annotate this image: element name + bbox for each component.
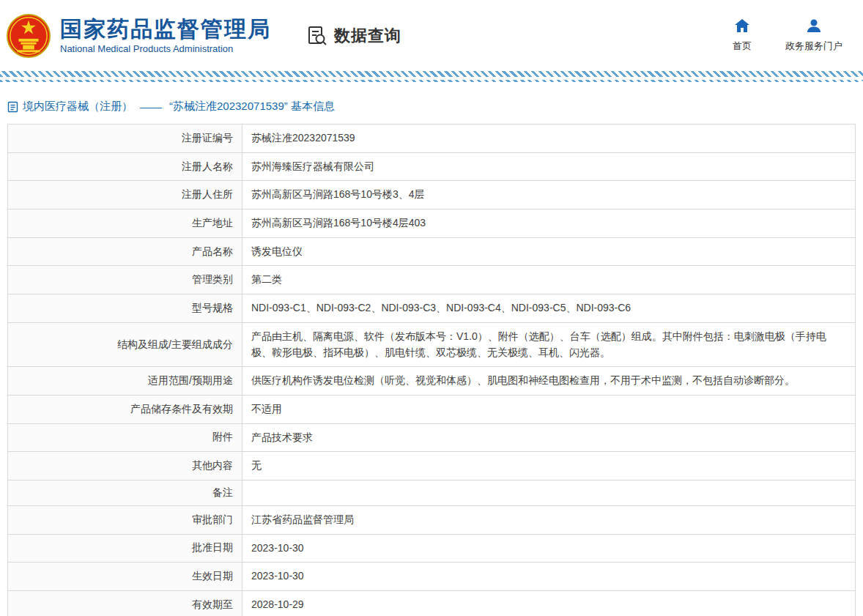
row-label: 注册人住所 bbox=[8, 181, 242, 209]
nav-home[interactable]: 首页 bbox=[733, 18, 752, 53]
row-value: 供医疗机构作诱发电位检测（听觉、视觉和体感）、肌电图和神经电图检查用，不用于术中… bbox=[242, 367, 855, 395]
row-value: 苏械注准20232071539 bbox=[242, 125, 855, 152]
row-label-text: 管理类别 bbox=[192, 273, 233, 286]
nav-portal-label: 政务服务门户 bbox=[785, 40, 842, 53]
row-label-text: 注册人住所 bbox=[182, 188, 233, 201]
row-label: 结构及组成/主要组成成分 bbox=[8, 323, 242, 366]
row-label: 注册人名称 bbox=[8, 153, 242, 181]
row-value: 产品技术要求 bbox=[242, 424, 855, 452]
row-value: 苏州海臻医疗器械有限公司 bbox=[242, 153, 855, 181]
data-query-label: 数据查询 bbox=[334, 25, 401, 47]
nav-home-label: 首页 bbox=[733, 40, 752, 53]
org-name-cn: 国家药品监督管理局 bbox=[60, 17, 271, 42]
row-label-text: 有效期至 bbox=[192, 598, 233, 612]
row-label-text: 型号规格 bbox=[192, 302, 233, 315]
table-row: 其他内容无 bbox=[8, 452, 855, 480]
document-icon bbox=[7, 101, 18, 113]
site-header: 国家药品监督管理局 National Medical Products Admi… bbox=[0, 0, 863, 71]
row-label: 生效日期 bbox=[8, 563, 242, 590]
table-row: 产品储存条件及有效期不适用 bbox=[8, 396, 855, 424]
row-value: 诱发电位仪 bbox=[242, 238, 855, 266]
table-row: 产品名称诱发电位仪 bbox=[8, 238, 855, 267]
row-label: 产品储存条件及有效期 bbox=[8, 396, 242, 423]
logo-group: 国家药品监督管理局 National Medical Products Admi… bbox=[6, 13, 271, 59]
breadcrumb: 境内医疗器械（注册） —— “苏械注准20232071539” 基本信息 bbox=[0, 82, 863, 124]
row-label: 生产地址 bbox=[8, 209, 242, 237]
row-label-text: 注册人名称 bbox=[182, 160, 233, 174]
row-value: 无 bbox=[242, 452, 855, 480]
row-label: 批准日期 bbox=[8, 535, 242, 563]
row-label: 型号规格 bbox=[8, 294, 242, 322]
row-value: 江苏省药品监督管理局 bbox=[242, 506, 855, 534]
row-value: 产品由主机、隔离电源、软件（发布版本号：V1.0）、附件（选配）、台车（选配）组… bbox=[242, 323, 855, 366]
row-label-text: 生效日期 bbox=[192, 570, 233, 583]
row-label-text: 备注 bbox=[212, 486, 233, 500]
user-icon bbox=[806, 18, 822, 36]
row-label-text: 产品名称 bbox=[192, 245, 233, 259]
row-label: 管理类别 bbox=[8, 266, 242, 294]
row-value: 2028-10-29 bbox=[242, 591, 855, 616]
row-label-text: 结构及组成/主要组成成分 bbox=[117, 338, 233, 352]
org-name-en: National Medical Products Administration bbox=[60, 43, 271, 54]
table-row: 注册人住所苏州高新区马涧路168号10号楼3、4层 bbox=[8, 181, 855, 209]
row-label: 注册证编号 bbox=[8, 125, 242, 152]
data-query-icon bbox=[306, 25, 328, 47]
org-titles: 国家药品监督管理局 National Medical Products Admi… bbox=[60, 17, 271, 55]
row-label: 适用范围/预期用途 bbox=[8, 367, 242, 395]
table-row: 生产地址苏州高新区马涧路168号10号楼4层403 bbox=[8, 209, 855, 238]
table-row: 生效日期2023-10-30 bbox=[8, 563, 855, 591]
table-row: 备注 bbox=[8, 480, 855, 506]
row-label-text: 注册证编号 bbox=[182, 132, 233, 145]
row-value: NDI-093-C1、NDI-093-C2、NDI-093-C3、NDI-093… bbox=[242, 294, 855, 322]
table-row: 管理类别第二类 bbox=[8, 266, 855, 294]
registration-info-table: 注册证编号苏械注准20232071539注册人名称苏州海臻医疗器械有限公司注册人… bbox=[7, 124, 856, 616]
table-row: 有效期至2028-10-29 bbox=[8, 591, 855, 616]
row-label-text: 附件 bbox=[212, 431, 233, 444]
nav-portal[interactable]: 政务服务门户 bbox=[785, 18, 842, 53]
row-label: 备注 bbox=[8, 480, 242, 505]
row-label-text: 其他内容 bbox=[192, 459, 233, 472]
data-query-title: 数据查询 bbox=[306, 25, 401, 47]
striped-divider-thick bbox=[0, 71, 863, 77]
row-label: 产品名称 bbox=[8, 238, 242, 266]
table-row: 审批部门江苏省药品监督管理局 bbox=[8, 506, 855, 535]
row-value: 苏州高新区马涧路168号10号楼4层403 bbox=[242, 209, 855, 237]
table-row: 适用范围/预期用途供医疗机构作诱发电位检测（听觉、视觉和体感）、肌电图和神经电图… bbox=[8, 367, 855, 396]
table-row: 附件产品技术要求 bbox=[8, 424, 855, 453]
row-value: 第二类 bbox=[242, 266, 855, 294]
breadcrumb-current: “苏械注准20232071539” 基本信息 bbox=[169, 100, 335, 114]
table-row: 注册人名称苏州海臻医疗器械有限公司 bbox=[8, 153, 855, 182]
national-emblem-logo bbox=[6, 13, 51, 59]
row-label-text: 审批部门 bbox=[192, 513, 233, 527]
table-row: 型号规格NDI-093-C1、NDI-093-C2、NDI-093-C3、NDI… bbox=[8, 294, 855, 323]
row-value: 不适用 bbox=[242, 396, 855, 423]
row-label-text: 产品储存条件及有效期 bbox=[130, 403, 233, 416]
row-value: 2023-10-30 bbox=[242, 535, 855, 563]
table-row: 结构及组成/主要组成成分产品由主机、隔离电源、软件（发布版本号：V1.0）、附件… bbox=[8, 323, 855, 367]
striped-divider bbox=[0, 71, 863, 82]
home-icon bbox=[734, 18, 750, 36]
breadcrumb-category[interactable]: 境内医疗器械（注册） bbox=[23, 100, 133, 114]
row-value bbox=[242, 480, 855, 505]
row-label: 其他内容 bbox=[8, 452, 242, 480]
row-value: 2023-10-30 bbox=[242, 563, 855, 590]
row-label: 有效期至 bbox=[8, 591, 242, 616]
breadcrumb-separator: —— bbox=[140, 100, 162, 113]
table-row: 注册证编号苏械注准20232071539 bbox=[8, 125, 855, 153]
row-label-text: 生产地址 bbox=[192, 217, 233, 230]
row-label-text: 批准日期 bbox=[192, 541, 233, 554]
header-nav: 首页 政务服务门户 bbox=[733, 18, 853, 53]
row-label-text: 适用范围/预期用途 bbox=[148, 374, 233, 387]
row-label: 附件 bbox=[8, 424, 242, 452]
row-value: 苏州高新区马涧路168号10号楼3、4层 bbox=[242, 181, 855, 209]
table-row: 批准日期2023-10-30 bbox=[8, 535, 855, 563]
row-label: 审批部门 bbox=[8, 506, 242, 534]
